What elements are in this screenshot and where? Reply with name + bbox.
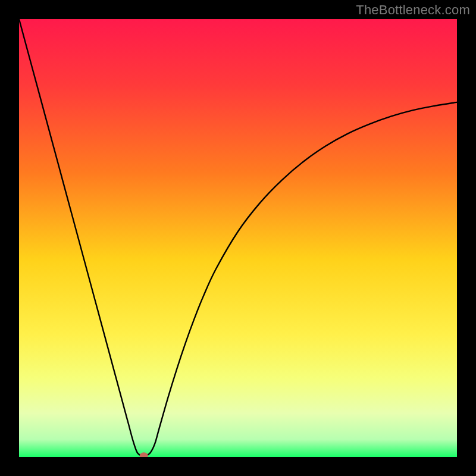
chart-frame: TheBottleneck.com <box>0 0 476 476</box>
gradient-background <box>19 19 457 457</box>
watermark-text: TheBottleneck.com <box>356 2 470 18</box>
plot-area <box>19 19 457 457</box>
chart-svg <box>19 19 457 457</box>
